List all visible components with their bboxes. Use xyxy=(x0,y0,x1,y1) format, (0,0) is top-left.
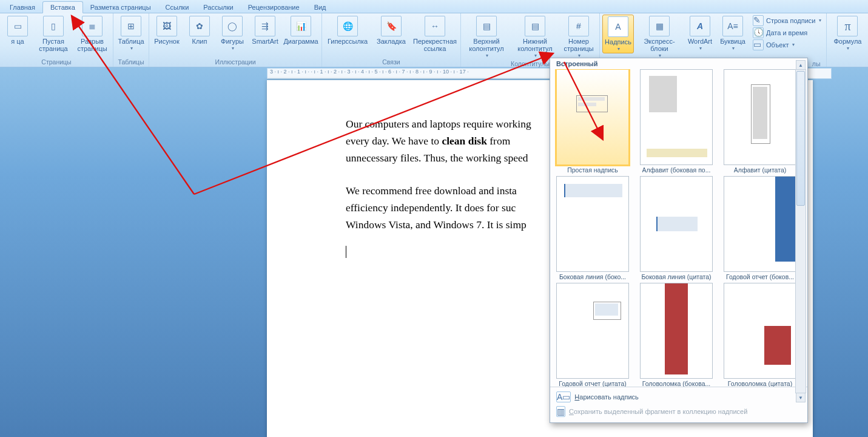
gallery-item-puzzle-sidebar[interactable]: Головоломка (бокова... xyxy=(638,283,715,387)
tab-mailings[interactable]: Рассылки xyxy=(196,2,240,13)
tab-page-layout[interactable]: Разметка страницы xyxy=(83,2,158,13)
caption: Алфавит (цитата) xyxy=(734,166,786,174)
hyperlink-button[interactable]: 🌐Гиперссылка xyxy=(325,15,371,45)
smartart-icon: ⇶ xyxy=(255,16,275,36)
datetime-icon: 🕔 xyxy=(753,27,764,38)
smartart-button[interactable]: ⇶SmartArt xyxy=(250,15,280,45)
blank-page-icon: ▯ xyxy=(43,16,64,36)
group-label: Страницы xyxy=(2,58,110,67)
chevron-down-icon: ▾ xyxy=(847,45,849,52)
text-run-bold: clean disk xyxy=(442,135,486,147)
label: Объект xyxy=(766,41,789,49)
cover-page-button-partial[interactable]: ▭я ца xyxy=(2,15,33,45)
label: Гиперссылка xyxy=(328,38,368,45)
gallery-item-sideline-sidebar[interactable]: Боковая линия (боко... xyxy=(554,176,631,280)
caption: Годовой отчет (цитата) xyxy=(559,380,626,387)
chevron-down-icon: ▾ xyxy=(819,16,821,25)
tab-view[interactable]: Вид xyxy=(307,2,334,13)
label: Номер страницы xyxy=(562,38,596,52)
text-run: Windows Vista, and Windows 7. It is simp xyxy=(346,218,527,231)
header-button[interactable]: ▤Верхний колонтитул▾ xyxy=(463,15,510,59)
date-time-button[interactable]: 🕔Дата и время xyxy=(750,27,824,39)
signature-line-button[interactable]: ✎Строка подписи▾ xyxy=(750,15,824,27)
footer-button[interactable]: ▤Нижний колонтитул▾ xyxy=(512,15,558,59)
scroll-thumb[interactable] xyxy=(796,71,805,206)
group-pages: ▭я ца ▯Пустая страница ≣Разрыв страницы … xyxy=(0,13,113,67)
text-run: Our computers and laptops require workin… xyxy=(346,118,531,130)
page-number-button[interactable]: #Номер страницы▾ xyxy=(560,15,597,59)
textbox-button[interactable]: AНадпись▾ xyxy=(602,15,634,53)
page-break-button[interactable]: ≣Разрыв страницы xyxy=(74,15,110,52)
label: Нарисовать надпись xyxy=(574,393,638,401)
quickparts-button[interactable]: ▦Экспресс-блоки▾ xyxy=(636,15,682,59)
gallery-item-annual-quote[interactable]: Годовой отчет (цитата) xyxy=(554,283,631,387)
clip-button[interactable]: ✿Клип xyxy=(184,15,215,45)
gallery-item-alphabet-quote[interactable]: Алфавит (цитата) xyxy=(721,69,799,174)
label: Закладка xyxy=(377,38,406,45)
table-button[interactable]: ⊞Таблица▾ xyxy=(116,15,146,52)
label: Таблица xyxy=(118,38,144,45)
header-icon: ▤ xyxy=(476,16,497,36)
ribbon-tabs: Главная Вставка Разметка страницы Ссылки… xyxy=(0,0,868,13)
gallery-item-simple-textbox[interactable]: Простая надпись xyxy=(554,69,631,174)
gallery-scrollbar[interactable]: ▲ ▼ xyxy=(795,69,806,393)
page-break-icon: ≣ xyxy=(82,16,103,36)
crossref-button[interactable]: ↔Перекрестная ссылка xyxy=(412,15,458,52)
gallery-item-alphabet-sidebar[interactable]: Алфавит (боковая по... xyxy=(638,69,715,174)
dropcap-button[interactable]: A≡Буквица▾ xyxy=(718,15,748,52)
chevron-down-icon: ▾ xyxy=(732,45,735,52)
chevron-down-icon: ▾ xyxy=(792,41,795,49)
text-run: every day. We have to xyxy=(346,135,442,147)
wordart-button[interactable]: AWordArt▾ xyxy=(685,15,715,52)
group-label xyxy=(829,58,868,67)
chevron-down-icon: ▾ xyxy=(130,45,133,52)
chart-button[interactable]: 📊Диаграмма xyxy=(283,15,319,45)
label: Разрыв страницы xyxy=(75,38,109,52)
save-selection-icon: ▥ xyxy=(556,406,565,417)
draw-textbox-icon: A▭ xyxy=(556,391,571,402)
gallery-header: Встроенный xyxy=(550,58,807,69)
object-button[interactable]: ▭Объект▾ xyxy=(750,39,824,51)
gallery-item-sideline-quote[interactable]: Боковая линия (цитата) xyxy=(638,176,715,280)
gallery-footer: A▭ Нарисовать надпись ▥ Сохранить выделе… xyxy=(550,387,807,422)
label: Строка подписи xyxy=(766,16,815,25)
table-icon: ⊞ xyxy=(121,16,141,36)
chevron-down-icon: ▾ xyxy=(232,45,234,52)
blank-page-button[interactable]: ▯Пустая страница xyxy=(35,15,72,52)
label: Надпись xyxy=(605,38,631,46)
text-cursor xyxy=(346,246,346,258)
scroll-up-icon[interactable]: ▲ xyxy=(796,60,806,70)
equation-button[interactable]: πФормула▾ xyxy=(829,15,866,52)
picture-button[interactable]: 🖼Рисунок xyxy=(152,15,182,45)
label: я ца xyxy=(11,38,24,45)
label: Пустая страница xyxy=(36,38,70,52)
hyperlink-icon: 🌐 xyxy=(337,16,358,36)
label: Сохранить выделенный фрагмент в коллекци… xyxy=(569,408,747,415)
footer-icon: ▤ xyxy=(525,16,545,36)
group-label: Таблицы xyxy=(116,58,146,67)
tab-insert[interactable]: Вставка xyxy=(42,1,83,13)
tab-home[interactable]: Главная xyxy=(2,2,42,13)
dropcap-icon: A≡ xyxy=(722,16,743,36)
caption: Головоломка (бокова... xyxy=(642,380,711,387)
textbox-gallery-dropdown: Встроенный Простая надпись Алфавит (боко… xyxy=(550,58,808,423)
shapes-button[interactable]: ◯Фигуры▾ xyxy=(217,15,247,52)
page-number-icon: # xyxy=(568,16,589,36)
label: Клип xyxy=(192,38,207,45)
group-tables: ⊞Таблица▾ Таблицы xyxy=(113,13,149,67)
draw-textbox-button[interactable]: A▭ Нарисовать надпись xyxy=(554,390,804,404)
bookmark-button[interactable]: 🔖Закладка xyxy=(373,15,409,45)
label: Рисунок xyxy=(154,38,180,45)
chart-icon: 📊 xyxy=(291,16,311,36)
caption: Алфавит (боковая по... xyxy=(642,166,711,174)
gallery-item-annual-sidebar[interactable]: Годовой отчет (боков... xyxy=(721,176,799,280)
label: Буквица xyxy=(720,38,745,45)
group-illustrations: 🖼Рисунок ✿Клип ◯Фигуры▾ ⇶SmartArt 📊Диагр… xyxy=(149,13,322,67)
scroll-down-icon[interactable]: ▼ xyxy=(796,393,806,402)
chevron-down-icon: ▾ xyxy=(486,52,488,59)
label: Формула xyxy=(833,38,861,45)
group-label: Связи xyxy=(325,58,458,67)
tab-review[interactable]: Рецензирование xyxy=(241,2,307,13)
gallery-item-puzzle-quote[interactable]: Головоломка (цитата) xyxy=(721,283,799,387)
tab-references[interactable]: Ссылки xyxy=(158,2,197,13)
